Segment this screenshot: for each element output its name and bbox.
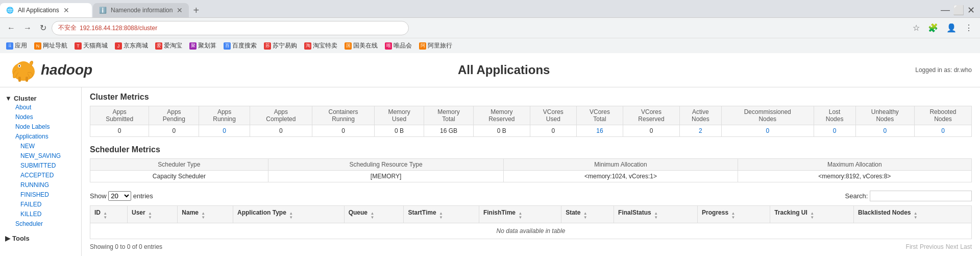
col-active-nodes: ActiveNodes [679, 106, 721, 125]
sidebar-sub-running[interactable]: RUNNING [5, 180, 76, 190]
bookmark-taobao[interactable]: 爱 爱淘宝 [153, 40, 184, 51]
tab-close-btn[interactable]: ✕ [63, 6, 69, 14]
bookmark-alitrip-icon: 阿 [419, 42, 426, 50]
maximize-btn[interactable]: ⬜ [953, 5, 964, 16]
bookmark-taobaote-label: 淘宝特卖 [313, 41, 337, 50]
th-queue[interactable]: Queue ▲▼ [344, 206, 404, 223]
th-app-type[interactable]: Application Type ▲▼ [233, 206, 345, 223]
bookmark-baidu-label: 百度搜索 [232, 41, 257, 50]
bookmark-vip-label: 唯品会 [394, 41, 412, 50]
sidebar-tools-title[interactable]: ▶ Tools [5, 235, 76, 242]
bookmark-guomei[interactable]: 国 国美在线 [342, 40, 380, 51]
sidebar-sub-accepted[interactable]: ACCEPTED [5, 170, 76, 180]
sidebar-sub-new[interactable]: NEW [5, 141, 76, 151]
val-lost-nodes: 0 [814, 125, 855, 137]
data-table: ID ▲▼ User ▲▼ Name ▲▼ Application Type ▲… [90, 205, 972, 239]
sidebar-tools-section: ▶ Tools [0, 231, 81, 245]
search-input[interactable] [870, 191, 972, 201]
search-label: Search: [845, 192, 868, 200]
tab-bar: 🌐 All Applications ✕ ℹ️ Namenode informa… [0, 0, 980, 17]
first-btn[interactable]: First [906, 243, 918, 250]
show-search-row: Show 20 50 100 entries Search: [90, 191, 972, 201]
sidebar-cluster-section: ▼ Cluster About Nodes Node Labels Applic… [0, 91, 81, 231]
th-finish-time[interactable]: FinishTime ▲▼ [479, 206, 561, 223]
svg-rect-4 [18, 77, 21, 82]
bookmark-guomei-label: 国美在线 [353, 41, 378, 50]
svg-point-3 [19, 65, 20, 67]
next-btn[interactable]: Next [946, 243, 959, 250]
entries-select[interactable]: 20 50 100 [108, 191, 131, 201]
tab-active[interactable]: 🌐 All Applications ✕ [0, 3, 92, 17]
minimize-btn[interactable]: — [941, 5, 950, 16]
new-tab-button[interactable]: + [189, 5, 203, 16]
sidebar-item-node-labels[interactable]: Node Labels [5, 122, 76, 131]
tab2-label: Namenode information [111, 7, 173, 14]
cluster-arrow-icon: ▼ [5, 95, 12, 102]
val-memory-total: 16 GB [424, 125, 474, 137]
th-name[interactable]: Name ▲▼ [178, 206, 233, 223]
col-vcores-used: VCoresUsed [530, 106, 576, 125]
last-btn[interactable]: Last [960, 243, 972, 250]
sidebar-item-about[interactable]: About [5, 102, 76, 112]
sidebar-sub-killed[interactable]: KILLED [5, 209, 76, 219]
tab-inactive[interactable]: ℹ️ Namenode information ✕ [93, 3, 189, 17]
browser-chrome: 🌐 All Applications ✕ ℹ️ Namenode informa… [0, 0, 980, 53]
scheduler-row: Capacity Scheduler [MEMORY] <memory:1024… [90, 171, 972, 182]
col-unhealthy-nodes: UnhealthyNodes [855, 106, 914, 125]
show-label: Show [90, 192, 107, 200]
sched-col-min-alloc: Minimum Allocation [504, 159, 738, 171]
sidebar-item-scheduler[interactable]: Scheduler [5, 219, 76, 228]
val-apps-running: 0 [199, 125, 250, 137]
bookmark-star-btn[interactable]: ☆ [910, 21, 923, 35]
cluster-metrics-title: Cluster Metrics [90, 92, 972, 102]
back-btn[interactable]: ← [4, 21, 18, 35]
forward-btn[interactable]: → [20, 21, 35, 35]
bookmark-taobao-icon: 爱 [155, 42, 162, 50]
address-bar[interactable]: 不安全 192.168.44.128:8088/cluster [52, 21, 409, 35]
extensions-btn[interactable]: 🧩 [925, 21, 941, 35]
th-id[interactable]: ID ▲▼ [90, 206, 128, 223]
sched-col-type: Scheduler Type [90, 159, 268, 171]
refresh-btn[interactable]: ↻ [37, 21, 50, 35]
bookmark-baidu[interactable]: 百 百度搜索 [222, 40, 259, 51]
menu-btn[interactable]: ⋮ [962, 21, 976, 35]
bookmark-alitrip[interactable]: 阿 阿里旅行 [417, 40, 454, 51]
bookmark-nav[interactable]: N 网址导航 [32, 40, 69, 51]
bookmark-apps[interactable]: ⠿ 应用 [4, 40, 29, 51]
sidebar-sub-finished[interactable]: FINISHED [5, 190, 76, 199]
tab2-icon: ℹ️ [99, 7, 107, 14]
profile-btn[interactable]: 👤 [943, 21, 960, 35]
val-vcores-used: 0 [530, 125, 576, 137]
bookmark-taobaote[interactable]: 淘 淘宝特卖 [302, 40, 339, 51]
bookmark-juhua[interactable]: 聚 聚划算 [187, 40, 218, 51]
address-text: 192.168.44.128:8088/cluster [80, 25, 157, 32]
sidebar-sub-new-saving[interactable]: NEW_SAVING [5, 151, 76, 160]
sidebar-sub-submitted[interactable]: SUBMITTED [5, 160, 76, 170]
sidebar-item-nodes[interactable]: Nodes [5, 112, 76, 122]
th-progress[interactable]: Progress ▲▼ [698, 206, 770, 223]
th-state[interactable]: State ▲▼ [561, 206, 614, 223]
bookmark-suning[interactable]: 苏 苏宁易购 [262, 40, 299, 51]
col-apps-pending: AppsPending [149, 106, 199, 125]
previous-btn[interactable]: Previous [920, 243, 944, 250]
th-blacklisted-nodes[interactable]: Blacklisted Nodes ▲▼ [854, 206, 972, 223]
close-btn[interactable]: ✕ [967, 5, 975, 16]
main-content: Cluster Metrics AppsSubmitted AppsPendin… [82, 87, 980, 256]
cluster-metrics-table: AppsSubmitted AppsPending AppsRunning Ap… [90, 106, 972, 137]
th-final-status[interactable]: FinalStatus ▲▼ [614, 206, 698, 223]
no-data-row: No data available in table [90, 223, 972, 239]
sidebar-item-applications[interactable]: Applications [5, 131, 76, 141]
th-start-time[interactable]: StartTime ▲▼ [404, 206, 479, 223]
bookmark-vip[interactable]: 唯 唯品会 [383, 40, 414, 51]
security-label: 不安全 [58, 24, 77, 32]
tab2-close-btn[interactable]: ✕ [177, 6, 183, 14]
bookmark-tmall[interactable]: T 天猫商城 [72, 40, 110, 51]
th-tracking-ui[interactable]: Tracking UI ▲▼ [770, 206, 854, 223]
sidebar-cluster-title[interactable]: ▼ Cluster [5, 95, 76, 102]
sidebar-sub-failed[interactable]: FAILED [5, 199, 76, 209]
bookmark-jd[interactable]: J 京东商城 [113, 40, 150, 51]
val-containers-running: 0 [312, 125, 374, 137]
th-user[interactable]: User ▲▼ [127, 206, 177, 223]
col-memory-reserved: MemoryReserved [474, 106, 530, 125]
cluster-label: Cluster [14, 95, 37, 102]
